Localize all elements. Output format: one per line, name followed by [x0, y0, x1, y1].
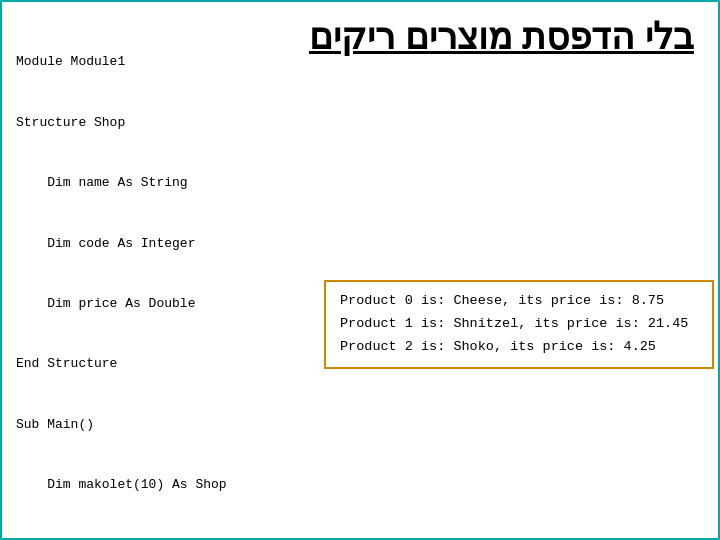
code-line-4: Dim code As Integer — [16, 234, 720, 254]
code-line-8: Dim makolet(10) As Shop — [16, 475, 720, 495]
output-line-2: Product 1 is: Shnitzel, its price is: 21… — [340, 313, 698, 336]
code-line-1: Module Module1 — [16, 52, 720, 72]
code-line-2: Structure Shop — [16, 113, 720, 133]
main-container: בלי הדפסת מוצרים ריקים Module Module1 St… — [0, 0, 720, 540]
code-line-7: Sub Main() — [16, 415, 720, 435]
output-line-3: Product 2 is: Shoko, its price is: 4.25 — [340, 336, 698, 359]
code-line-3: Dim name As String — [16, 173, 720, 193]
code-area: בלי הדפסת מוצרים ריקים Module Module1 St… — [16, 12, 704, 528]
code-line-9: makolet(0).name = "Cheese" — [16, 536, 720, 540]
output-box: Product 0 is: Cheese, its price is: 8.75… — [324, 280, 714, 369]
code-block: Module Module1 Structure Shop Dim name A… — [16, 12, 720, 540]
output-line-1: Product 0 is: Cheese, its price is: 8.75 — [340, 290, 698, 313]
